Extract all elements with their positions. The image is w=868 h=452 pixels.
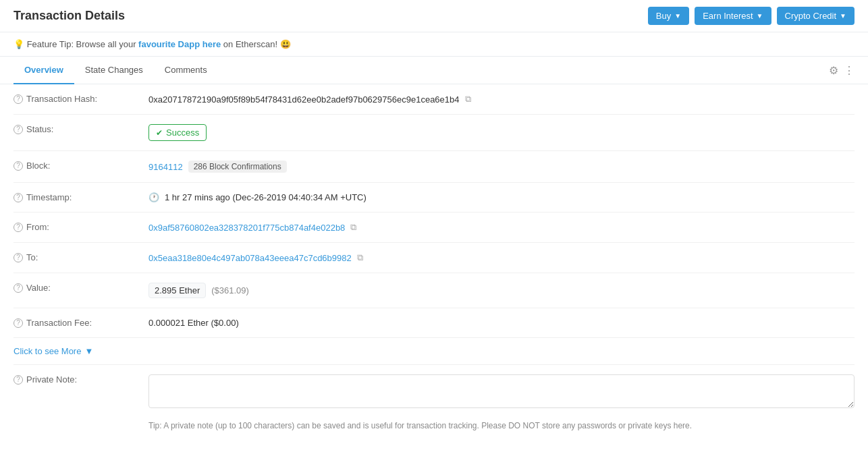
more-options-icon[interactable]: ⋮ <box>844 64 855 77</box>
value-content: 2.895 Ether ($361.09) <box>148 283 855 298</box>
fee-row: ? Transaction Fee: 0.000021 Ether ($0.00… <box>13 308 855 338</box>
transaction-hash-label: ? Transaction Hash: <box>13 94 148 104</box>
block-label: ? Block: <box>13 161 148 171</box>
click-more-section[interactable]: Click to see More ▼ <box>13 338 855 365</box>
tab-overview[interactable]: Overview <box>13 57 74 84</box>
status-row: ? Status: ✔ Success <box>13 115 855 151</box>
status-label: ? Status: <box>13 124 148 134</box>
hash-copy-icon[interactable]: ⧉ <box>465 94 471 105</box>
buy-chevron-icon: ▼ <box>674 12 681 20</box>
feature-tip: 💡 Feature Tip: Browse all your favourite… <box>0 32 868 57</box>
fee-label: ? Transaction Fee: <box>13 318 148 328</box>
private-note-input[interactable] <box>148 374 855 408</box>
value-help-icon[interactable]: ? <box>13 283 23 293</box>
block-number-link[interactable]: 9164112 <box>148 162 183 172</box>
private-note-tip: Tip: A private note (up to 100 character… <box>13 418 855 437</box>
earn-interest-label: Earn Interest <box>703 11 753 21</box>
to-copy-icon[interactable]: ⧉ <box>357 252 363 263</box>
value-eth: 2.895 Ether <box>148 283 206 298</box>
confirmations-badge: 286 Block Confirmations <box>188 161 287 173</box>
buy-button[interactable]: Buy ▼ <box>648 7 689 25</box>
earn-interest-button[interactable]: Earn Interest ▼ <box>695 7 771 25</box>
crypto-credit-label: Crypto Credit <box>785 11 837 21</box>
timestamp-help-icon[interactable]: ? <box>13 193 23 202</box>
value-label: ? Value: <box>13 283 148 293</box>
from-copy-icon[interactable]: ⧉ <box>350 222 356 233</box>
value-row: ? Value: 2.895 Ether ($361.09) <box>13 273 855 308</box>
clock-icon: 🕐 <box>148 192 159 202</box>
fee-help-icon[interactable]: ? <box>13 318 23 328</box>
block-help-icon[interactable]: ? <box>13 161 23 171</box>
chevron-down-icon: ▼ <box>84 346 93 356</box>
favourite-dapp-link[interactable]: favourite Dapp here <box>138 39 221 49</box>
status-help-icon[interactable]: ? <box>13 125 23 134</box>
from-value: 0x9af58760802ea328378201f775cb874af4e022… <box>148 222 855 233</box>
to-help-icon[interactable]: ? <box>13 253 23 262</box>
private-note-help-icon[interactable]: ? <box>13 375 23 385</box>
header: Transaction Details Buy ▼ Earn Interest … <box>0 0 868 32</box>
from-address-link[interactable]: 0x9af58760802ea328378201f775cb874af4e022… <box>148 223 345 233</box>
to-row: ? To: 0x5eaa318e80e4c497ab078a43eeea47c7… <box>13 243 855 273</box>
from-label: ? From: <box>13 222 148 232</box>
value-usd: ($361.09) <box>211 285 249 295</box>
earn-chevron-icon: ▼ <box>757 12 763 20</box>
header-buttons: Buy ▼ Earn Interest ▼ Crypto Credit ▼ <box>648 7 855 25</box>
crypto-chevron-icon: ▼ <box>840 12 846 20</box>
check-circle-icon: ✔ <box>156 128 163 138</box>
status-value: ✔ Success <box>148 124 855 141</box>
private-note-row: ? Private Note: <box>13 365 855 418</box>
transaction-hash-value: 0xa20717872190a9f05f89b54f78431d62ee0b2a… <box>148 94 855 105</box>
crypto-credit-button[interactable]: Crypto Credit ▼ <box>777 7 855 25</box>
transaction-details-content: ? Transaction Hash: 0xa20717872190a9f05f… <box>0 84 868 437</box>
buy-label: Buy <box>656 11 671 21</box>
tab-comments[interactable]: Comments <box>154 57 218 84</box>
from-row: ? From: 0x9af58760802ea328378201f775cb87… <box>13 213 855 243</box>
to-label: ? To: <box>13 252 148 262</box>
fee-value: 0.000021 Ether ($0.00) <box>148 318 855 328</box>
timestamp-label: ? Timestamp: <box>13 192 148 202</box>
timestamp-value: 🕐 1 hr 27 mins ago (Dec-26-2019 04:40:34… <box>148 192 855 202</box>
page-title: Transaction Details <box>13 9 125 23</box>
tabs-bar: Overview State Changes Comments ⚙ ⋮ <box>0 57 868 84</box>
from-help-icon[interactable]: ? <box>13 223 23 232</box>
tab-state-changes[interactable]: State Changes <box>74 57 154 84</box>
transaction-hash-row: ? Transaction Hash: 0xa20717872190a9f05f… <box>13 84 855 115</box>
block-value: 9164112 286 Block Confirmations <box>148 161 855 173</box>
timestamp-row: ? Timestamp: 🕐 1 hr 27 mins ago (Dec-26-… <box>13 183 855 213</box>
click-more-label: Click to see More <box>13 346 81 356</box>
block-row: ? Block: 9164112 286 Block Confirmations <box>13 151 855 183</box>
private-note-label: ? Private Note: <box>13 374 148 385</box>
status-badge: ✔ Success <box>148 124 207 141</box>
to-value: 0x5eaa318e80e4c497ab078a43eeea47c7cd6b99… <box>148 252 855 263</box>
settings-icon[interactable]: ⚙ <box>829 64 838 77</box>
hash-help-icon[interactable]: ? <box>13 94 23 104</box>
tabs-list: Overview State Changes Comments <box>13 57 218 84</box>
tabs-actions: ⚙ ⋮ <box>829 64 855 77</box>
to-address-link[interactable]: 0x5eaa318e80e4c497ab078a43eeea47c7cd6b99… <box>148 253 352 263</box>
